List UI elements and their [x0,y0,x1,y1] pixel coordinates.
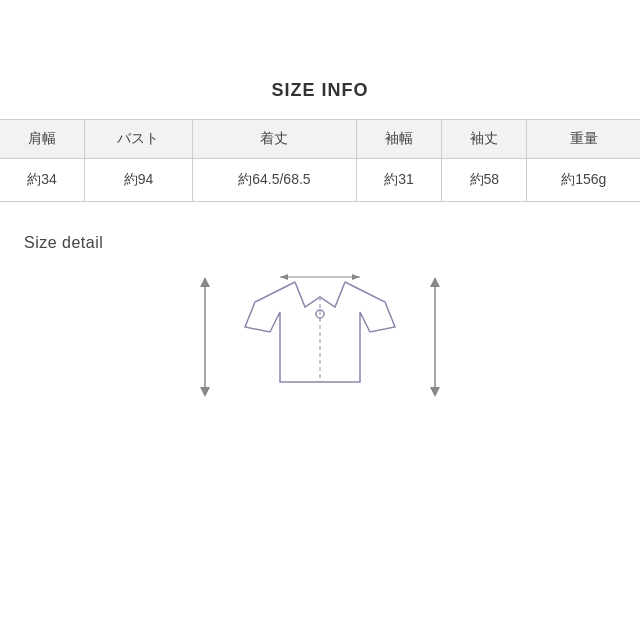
svg-marker-6 [280,274,288,280]
cell-bust: 約94 [84,159,192,202]
size-info-title: SIZE INFO [271,80,368,101]
header-length: 着丈 [193,120,357,159]
svg-marker-2 [200,387,210,397]
size-table-wrapper: 肩幅 バスト 着丈 袖幅 袖丈 重量 約34 約94 約64.5/68.5 約3… [0,119,640,202]
cell-weight: 約156g [527,159,640,202]
shirt-diagram-svg [220,272,420,402]
cell-sleeve-width: 約31 [356,159,441,202]
header-weight: 重量 [527,120,640,159]
size-detail-title: Size detail [24,234,616,252]
svg-marker-1 [200,277,210,287]
table-header-row: 肩幅 バスト 着丈 袖幅 袖丈 重量 [0,120,640,159]
size-detail-section: Size detail [0,202,640,402]
header-sleeve-width: 袖幅 [356,120,441,159]
header-bust: バスト [84,120,192,159]
right-arrow-icon [420,272,450,402]
svg-marker-10 [430,387,440,397]
cell-shoulder: 約34 [0,159,84,202]
header-shoulder: 肩幅 [0,120,84,159]
table-row: 約34 約94 約64.5/68.5 約31 約58 約156g [0,159,640,202]
cell-sleeve-length: 約58 [442,159,527,202]
page-container: SIZE INFO 肩幅 バスト 着丈 袖幅 袖丈 重量 約34 約94 約64… [0,0,640,640]
size-table: 肩幅 バスト 着丈 袖幅 袖丈 重量 約34 約94 約64.5/68.5 約3… [0,120,640,201]
svg-marker-9 [430,277,440,287]
svg-marker-7 [352,274,360,280]
shirt-diagram [24,272,616,402]
left-arrow-icon [190,272,220,402]
header-sleeve-length: 袖丈 [442,120,527,159]
cell-length: 約64.5/68.5 [193,159,357,202]
